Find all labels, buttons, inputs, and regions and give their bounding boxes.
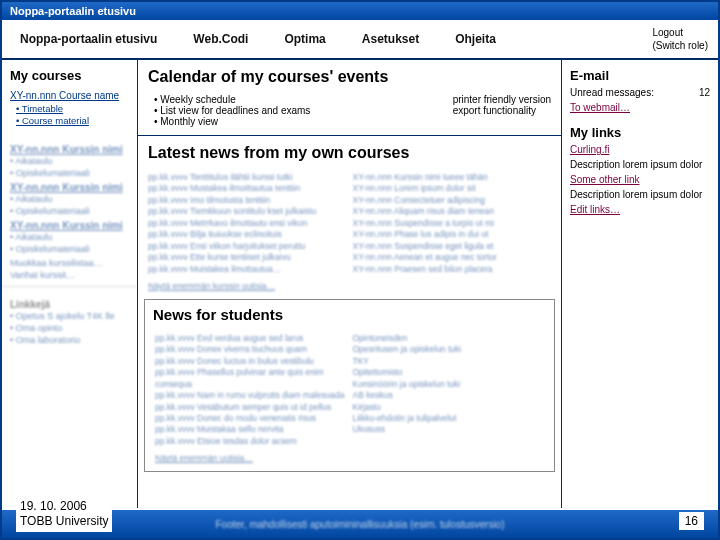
students-news-table: pp.kk.vvvv Eed verdua augue sed laruspp.… [145,333,554,454]
unread-row: Unread messages: 12 [570,87,710,98]
tab-webcodi[interactable]: Web.Codi [175,20,266,58]
switch-role-link[interactable]: (Switch role) [652,39,708,52]
latest-news-heading: Latest news from my own courses [148,144,551,162]
footer-page-number: 16 [679,512,704,530]
left-column: My courses XY-nn.nnn Course name • Timet… [2,60,138,508]
course-material-link[interactable]: • Course material [16,115,129,128]
calendar-monthly: Monthly view [154,116,310,127]
my-courses-box: My courses XY-nn.nnn Course name • Timet… [2,60,137,132]
latest-news-section: Latest news from my own courses [138,136,561,172]
tab-ohjeita[interactable]: Ohjeita [437,20,514,58]
footer-date-org: 19. 10. 2006 TOBB University [16,497,112,532]
window-titlebar: Noppa-portaalin etusivu [2,2,718,20]
calendar-section: Calendar of my courses' events Weekly sc… [138,60,561,136]
footer-date: 19. 10. 2006 [20,499,108,515]
right-column: E-mail Unread messages: 12 To webmail… M… [562,60,718,508]
page-root: Noppa-portaalin etusivu Noppa-portaalin … [0,0,720,540]
my-links-heading: My links [570,125,710,140]
my-courses-heading: My courses [10,68,129,83]
unread-count: 12 [699,87,710,98]
latest-news-table: pp.kk.vvvv Tenttitulos ilähtii kurssi tu… [138,172,561,281]
tab-home[interactable]: Noppa-portaalin etusivu [2,20,175,58]
calendar-list: List view for deadlines and exams [154,105,310,116]
calendar-right-info: printer friendly version export function… [453,94,551,127]
nav-right: Logout (Switch role) [642,20,718,58]
mylink-other[interactable]: Some other link [570,174,639,185]
top-nav: Noppa-portaalin etusivu Web.Codi Optima … [2,20,718,60]
footer-text: Footer, mahdollisesti aputoimininallisuu… [215,519,504,530]
news-students-heading: News for students [153,306,546,323]
links-box: Linkkejä • Opetus S ajokelu T4K lle • Om… [2,286,137,351]
edit-links-link[interactable]: Edit links… [570,204,620,215]
printer-friendly-label: printer friendly version [453,94,551,105]
timetable-link[interactable]: • Timetable [16,103,129,116]
news-for-students-box: News for students pp.kk.vvvv Eed verdua … [144,299,555,472]
tab-asetukset[interactable]: Asetukset [344,20,437,58]
email-heading: E-mail [570,68,710,83]
faded-course-list: XY-nn.nnn Kurssin nimi • Aikataulu • Opi… [2,132,137,286]
tab-optima[interactable]: Optima [266,20,343,58]
calendar-weekly: Weekly schedule [154,94,310,105]
mylink-curling-desc: Description lorem ipsum dolor [570,159,710,170]
calendar-bullets: Weekly schedule List view for deadlines … [148,94,310,127]
course-name-link[interactable]: XY-nn.nnn Course name [10,89,129,103]
body: My courses XY-nn.nnn Course name • Timet… [2,60,718,508]
unread-label: Unread messages: [570,87,654,98]
webmail-link[interactable]: To webmail… [570,102,630,113]
logout-link[interactable]: Logout [652,26,708,39]
nav-tabs: Noppa-portaalin etusivu Web.Codi Optima … [2,20,642,58]
calendar-heading: Calendar of my courses' events [148,68,551,86]
mylink-curling[interactable]: Curling.fi [570,144,609,155]
middle-column: Calendar of my courses' events Weekly sc… [138,60,562,508]
footer-org: TOBB University [20,514,108,530]
export-functionality-label: export functionality [453,105,551,116]
mylink-other-desc: Description lorem ipsum dolor [570,189,710,200]
